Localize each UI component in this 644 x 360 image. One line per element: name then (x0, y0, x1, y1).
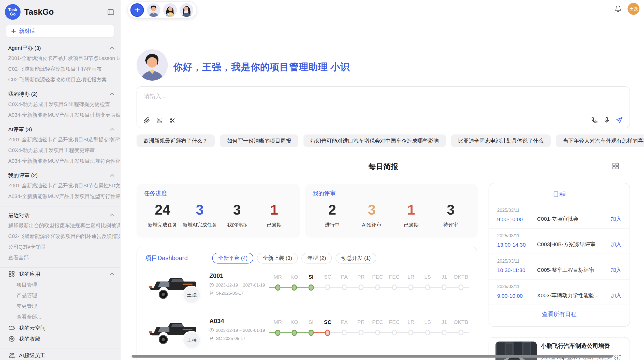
dashboard-filter-chip[interactable]: 全新平台 (4) (212, 253, 253, 263)
scissors-icon[interactable] (169, 117, 176, 124)
timeline-segment (436, 287, 442, 288)
stat-item: 3待评审 (431, 201, 470, 229)
sidebar-item-favorites[interactable]: 我的收藏 (0, 333, 120, 344)
horizontal-scrollbar[interactable] (131, 355, 613, 357)
milestone: LS (419, 319, 436, 338)
timeline-segment (369, 287, 375, 288)
project-row[interactable]: 王强A0342023-12-19 ~ 2026-01-19SC-2025-05-… (137, 314, 477, 354)
suggestion-chip[interactable]: 特朗普可能对进口汽车增税会对中国车企造成哪些影响 (303, 134, 446, 147)
milestone-dot[interactable] (308, 284, 314, 290)
app-sub-item[interactable]: 产品管理 (0, 290, 120, 301)
image-icon[interactable] (156, 117, 163, 124)
suggestion-chip[interactable]: 如何写一份清晰的项目周报 (220, 134, 298, 147)
sidebar-item-my-apps[interactable]: 我的应用 (0, 268, 120, 280)
milestone-dot[interactable] (392, 284, 397, 290)
new-chat-button[interactable]: 新对话 (6, 25, 114, 37)
app-sub-item[interactable]: 变更管理 (0, 301, 120, 312)
message-composer[interactable]: 请输入... (137, 86, 630, 128)
milestone-dot[interactable] (292, 329, 297, 336)
phone-call-icon[interactable] (591, 116, 598, 123)
milestone-dot-row (403, 327, 419, 338)
view-all-schedule-link[interactable]: 查看所有日程 (489, 311, 630, 318)
suggestion-chip[interactable]: 欧洲新规最近颁布了什么？ (137, 134, 215, 147)
milestone-dot[interactable] (358, 284, 363, 290)
sidebar-tool-item[interactable]: AI超级员工 (0, 350, 120, 360)
dashboard-filter-chip[interactable]: 全新上装 (3) (257, 253, 298, 263)
sidebar-section-header[interactable]: AI评审 (3) (0, 124, 120, 134)
agent-avatar-2[interactable] (163, 3, 177, 17)
add-agent-button[interactable] (130, 3, 144, 17)
timeline-segment (347, 287, 353, 288)
timeline-segment (363, 332, 369, 333)
milestone-dot[interactable] (275, 329, 280, 336)
milestone-dot[interactable] (342, 330, 347, 336)
milestone-dot[interactable] (275, 284, 280, 290)
user-avatar[interactable]: 王强 (627, 3, 639, 15)
attachment-icon[interactable] (143, 117, 150, 124)
timeline-segment (419, 332, 425, 333)
agent-avatar-3[interactable] (180, 3, 193, 17)
microphone-icon[interactable] (603, 116, 610, 123)
project-row[interactable]: 王强Z0012023-12-19 ~ 2027-01-19SI-2025-05-… (137, 269, 477, 309)
notifications-bell-icon[interactable] (614, 5, 622, 13)
timeline-segment (413, 332, 419, 333)
stat-item: 3AI预评审 (352, 201, 391, 229)
sidebar-task-item[interactable]: A034-全新新能源MUV产品开发项目计划变更表编写 (0, 110, 120, 121)
event-join-link[interactable]: 加入 (611, 215, 621, 223)
recent-chat-item[interactable]: 公司Q3轻卡销量 (0, 242, 120, 252)
milestone-dot[interactable] (375, 284, 380, 290)
milestone-dot[interactable] (425, 284, 430, 290)
sidebar-task-item[interactable]: C02-飞腾新能源轻客改款项目立项汇报方案 (0, 74, 120, 85)
sidebar-task-item[interactable]: Z001-全新燃油轻卡产品开发项目SI造型提交物评审 (0, 134, 120, 145)
milestone-dot[interactable] (442, 284, 447, 290)
layout-grid-icon[interactable] (612, 162, 619, 170)
collapse-sidebar-icon[interactable] (107, 8, 114, 15)
timeline-segment (303, 332, 308, 333)
milestone-dot[interactable] (442, 330, 447, 336)
milestone-dot[interactable] (408, 284, 413, 290)
sidebar-task-item[interactable]: Z001-全新燃油轻卡产品开发项目SI节点属性5D文件评审 (0, 181, 120, 191)
agent-avatar-1[interactable] (147, 3, 160, 17)
event-join-link[interactable]: 加入 (611, 241, 621, 248)
suggestion-chip[interactable]: 比亚迪全固态电池计划具体说了什么 (451, 134, 551, 147)
app-sub-item[interactable]: 项目管理 (0, 279, 120, 290)
sidebar-section-header[interactable]: Agent已办 (3) (0, 43, 120, 53)
sidebar-section-header[interactable]: 我的评审 (2) (0, 170, 120, 180)
milestone-dot[interactable] (308, 329, 314, 336)
dashboard-filter-chip[interactable]: 年型 (2) (302, 253, 332, 263)
sidebar-task-item[interactable]: C02-飞腾新能源轻客改款项目里程碑画布 (0, 64, 120, 74)
sidebar-task-item[interactable]: Z001-全新燃油皮卡产品开发项目SI节点Lesson Learn报告 (0, 53, 120, 64)
suggestion-chip[interactable]: 当下年轻人对汽车外观有怎样的喜好趋势 (556, 134, 644, 147)
milestone-dot[interactable] (292, 284, 297, 290)
milestone-dot[interactable] (458, 330, 463, 336)
main-area: 王强 你好，王强，我是你的项目管理助理 小识 请输入... 欧洲新规最近颁布了什… (121, 0, 644, 360)
sidebar-task-item[interactable]: C0X4-动力总成开发项目SI里程碑提交物检查 (0, 99, 120, 110)
recent-chat-item[interactable]: 解释最新出台的欧盟报废车法规再生塑料比例被调至15%... (0, 220, 120, 231)
recent-chat-item[interactable]: C02-飞腾新能源轻客改款项目的闭环通告反馈情况 (0, 231, 120, 242)
milestone-dot[interactable] (392, 330, 397, 336)
milestone-dot[interactable] (425, 330, 430, 336)
recent-chat-item[interactable]: 查看全部... (0, 252, 120, 263)
dashboard-title: 项目Dashboard (145, 254, 188, 262)
recent-chats-header[interactable]: 最近对话 (0, 210, 120, 220)
dashboard-filter-chip[interactable]: 动总开发 (1) (335, 253, 376, 263)
app-sub-item[interactable]: 查看全部... (0, 312, 120, 322)
milestone-dot[interactable] (375, 330, 380, 336)
milestone-dot[interactable] (342, 284, 347, 290)
event-join-link[interactable]: 加入 (611, 292, 621, 299)
milestone-dot[interactable] (325, 329, 330, 336)
milestone-dot[interactable] (358, 330, 363, 336)
app-root: Task Go TaskGo 新对话 Agent已办 (3)Z001-全新燃油皮… (0, 0, 644, 360)
sidebar-section-header[interactable]: 我的待办 (2) (0, 89, 120, 99)
project-owner-avatar: 王强 (183, 331, 201, 349)
sidebar-item-cloud-space[interactable]: 我的云空间 (0, 322, 120, 334)
sidebar-task-item[interactable]: A034-全新新能源MUV产品开发项目造型可行性评审 (0, 191, 120, 202)
milestone-dot[interactable] (408, 330, 413, 336)
milestone-dot[interactable] (458, 284, 463, 290)
sidebar-task-item[interactable]: A034-全新新能源MUV产品开发项目法规符合性评审 (0, 156, 120, 167)
sidebar-task-item[interactable]: C0X4-动力总成开发项目工程变更评审 (0, 145, 120, 156)
send-icon[interactable] (616, 116, 623, 124)
milestone-dot[interactable] (325, 284, 330, 290)
schedule-event: 2025/03/119:00-10:00X003-车辆动力学性能验...加入 (489, 279, 630, 305)
event-join-link[interactable]: 加入 (611, 266, 621, 274)
